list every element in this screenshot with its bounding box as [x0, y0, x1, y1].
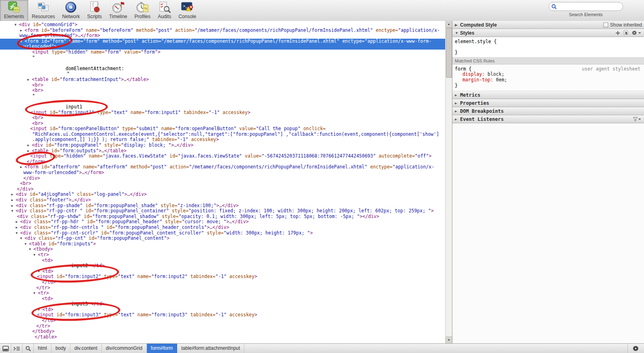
dom-tree-node[interactable]: <input type="hidden" name="javax.faces.V… [0, 154, 445, 159]
disclosure-triangle-icon[interactable]: ▶ [27, 148, 32, 154]
breadcrumb-item-div-commongrid[interactable]: div#commonGrid [102, 344, 147, 353]
dom-tree-node[interactable]: ▶<table id="form:outputs">…</table> [0, 148, 445, 154]
tab-scripts[interactable]: { }Scripts [83, 0, 105, 21]
dom-tree-node[interactable]: ▼<tbody> [0, 247, 445, 252]
dom-tree-node[interactable]: ▶<div id="form:popupPanel" style="displa… [0, 143, 445, 148]
disclosure-triangle-icon[interactable]: ▶ [20, 28, 25, 33]
tab-console[interactable]: >_Console [175, 0, 200, 21]
section-event-listeners[interactable]: ▶ Event Listeners [452, 115, 644, 123]
dom-tree-node[interactable]: "RichFaces.ui.ComponentControl.execute(e… [0, 132, 445, 137]
section-styles[interactable]: ▼ Styles [452, 29, 644, 37]
disclosure-triangle-icon[interactable]: ▼ [29, 247, 33, 252]
dom-tree-node[interactable]: </table> [0, 334, 445, 340]
scroll-down-button[interactable]: ▼ [446, 336, 452, 343]
dom-tree-node[interactable]: <input id="form:openPanelButton" type="s… [0, 126, 445, 132]
dom-tree-node[interactable]: <br> [0, 88, 445, 93]
matched-css-rule[interactable]: form { user agent stylesheet display: bl… [452, 64, 644, 91]
disclosure-triangle-icon[interactable]: ▼ [33, 252, 38, 258]
tab-profiles[interactable]: %Profiles [131, 0, 154, 21]
search-input[interactable] [549, 2, 623, 11]
dock-side-button[interactable] [0, 344, 11, 353]
tab-elements[interactable]: <><>Elements [0, 0, 28, 21]
dom-tree-node[interactable]: <div class="rf-pp-shdw" id="form:popupPa… [0, 214, 445, 220]
section-computed-style[interactable]: ▶ Computed Style Show inherited [452, 21, 644, 29]
dom-tree-node[interactable]: <input type="hidden" name="form" value="… [0, 50, 445, 55]
disclosure-triangle-icon[interactable]: ▼ [20, 39, 25, 44]
dom-tree-node[interactable]: domElementAttachment: [0, 66, 445, 72]
search-text-field[interactable] [558, 3, 620, 10]
dom-tree-node[interactable]: ▼<div class="rf-pp-cnt-scrlr" id="form:p… [0, 230, 445, 236]
disclosure-triangle-icon[interactable]: ▼ [38, 307, 42, 313]
dom-tree-node[interactable]: <input id="form:input3" type="text" name… [0, 312, 445, 318]
dom-tree-node[interactable]: www-form-urlencoded">…</form> [0, 170, 445, 176]
dom-tree-node[interactable]: </tbody> [0, 329, 445, 334]
dom-tree-node[interactable]: ▶<table id="form:attachmentInput">…</tab… [0, 77, 445, 83]
tab-network[interactable]: Network [58, 0, 83, 21]
console-toggle-button[interactable] [11, 344, 23, 353]
disclosure-triangle-icon[interactable]: ▶ [20, 164, 25, 170]
dom-tree-node[interactable]: <input id="form:input1" type="text" name… [0, 110, 445, 116]
dom-tree-node[interactable]: <td> [0, 296, 445, 302]
dom-tree-node[interactable]: .apply(component,[] );}} ); return false… [0, 137, 445, 143]
disclosure-triangle-icon[interactable]: ▼ [16, 230, 20, 236]
dom-tree-node[interactable]: <td> [0, 258, 445, 264]
search-page-button[interactable] [23, 344, 34, 353]
disclosure-triangle-icon[interactable]: ▶ [27, 143, 32, 148]
dom-tree-node[interactable]: ▼<table id="form:inputs"> [0, 241, 445, 247]
section-properties[interactable]: ▶ Properties [452, 99, 644, 107]
disclosure-triangle-icon[interactable]: ▼ [20, 236, 25, 241]
dom-tree-node[interactable]: ▼<td> [0, 269, 445, 274]
dom-tree-node[interactable]: </td> [0, 280, 445, 285]
dom-tree-node[interactable]: </td> [0, 318, 445, 324]
element-states-button[interactable] [623, 30, 629, 35]
dom-tree-node[interactable]: ▶<div class="footer">…</div> [0, 197, 445, 203]
disclosure-triangle-icon[interactable]: ▼ [11, 208, 16, 214]
dom-tree-node[interactable]: input3 </td> [0, 301, 445, 307]
add-style-rule-button[interactable] [615, 31, 620, 35]
dom-tree-node[interactable]: ▼<div class="rf-pp-cntr " id="form:popup… [0, 208, 445, 214]
dom-tree-node[interactable]: <br> [0, 115, 445, 121]
tab-timeline[interactable]: Timeline [105, 0, 131, 21]
disclosure-triangle-icon[interactable]: ▶ [11, 192, 16, 197]
dom-tree-node[interactable]: </div> [0, 176, 445, 181]
dom-tree-node[interactable]: ▶<div id="a4jLogPanel" class="log-panel"… [0, 192, 445, 197]
disclosure-triangle-icon[interactable]: ▼ [25, 241, 29, 247]
code-scrollbar[interactable]: ▲ ▼ [445, 21, 452, 343]
disclosure-triangle-icon[interactable]: ▶ [16, 225, 20, 230]
settings-gear-button[interactable] [627, 344, 644, 353]
dom-tree-node[interactable]: ▶<div class="rf-pp-hdr-cntrls " id="form… [0, 225, 445, 230]
breadcrumb-item-table-form-attachmentinput[interactable]: table#form:attachmentInput [177, 344, 244, 353]
dom-tree-node[interactable]: ▶<form id="afterForm" name="afterForm" m… [0, 164, 445, 170]
dom-tree-node[interactable]: </tr> [0, 285, 445, 291]
scroll-up-button[interactable]: ▲ [446, 21, 452, 28]
breadcrumb-item-body[interactable]: body [52, 344, 70, 353]
tab-resources[interactable]: Resources [28, 0, 58, 21]
dom-tree-node[interactable]: </div> [0, 187, 445, 192]
dom-tree-node[interactable]: <br> [0, 83, 445, 88]
dom-tree-node[interactable]: urlencoded"> [0, 44, 445, 50]
css-property[interactable]: margin-top: 0em; [455, 77, 642, 83]
breadcrumb-item-div-content[interactable]: div.content [70, 344, 102, 353]
dom-tree-node[interactable]: input2 </td> [0, 263, 445, 269]
dom-tree-node[interactable]: ▼<tr> [0, 291, 445, 296]
disclosure-triangle-icon[interactable]: ▶ [16, 219, 20, 225]
show-inherited-checkbox[interactable]: Show inherited [603, 21, 642, 29]
section-dom-breakpoints[interactable]: ▶ DOM Breakpoints [452, 107, 644, 115]
dom-tree-node[interactable]: <br> [0, 121, 445, 127]
dom-tree-node[interactable]: ▶<div class="rf-pp-hdr " id="form:popupP… [0, 219, 445, 225]
dom-tree-node[interactable]: input1 [0, 104, 445, 110]
dom-tree-node[interactable]: ▶<div class="rf-pp-shade" id="form:popup… [0, 203, 445, 209]
dom-tree-node[interactable]: " [0, 93, 445, 99]
disclosure-triangle-icon[interactable]: ▶ [11, 197, 16, 203]
dom-tree-node[interactable]: ▼<tr> [0, 252, 445, 258]
dom-tree-node[interactable]: www-form-urlencoded">…</form> [0, 33, 445, 39]
dom-tree-node[interactable]: " [0, 71, 445, 77]
disclosure-triangle-icon[interactable]: ▶ [27, 77, 32, 83]
dom-tree-node[interactable]: <br> [0, 181, 445, 187]
styles-gear-button[interactable] [632, 30, 641, 35]
event-listeners-filter-button[interactable] [633, 117, 641, 121]
disclosure-triangle-icon[interactable]: ▼ [38, 269, 42, 274]
dom-tree-node[interactable]: </tr> [0, 324, 445, 329]
element-style-rule[interactable]: element.style { } [452, 37, 644, 58]
breadcrumb-item-form-form[interactable]: form#form [147, 344, 178, 353]
